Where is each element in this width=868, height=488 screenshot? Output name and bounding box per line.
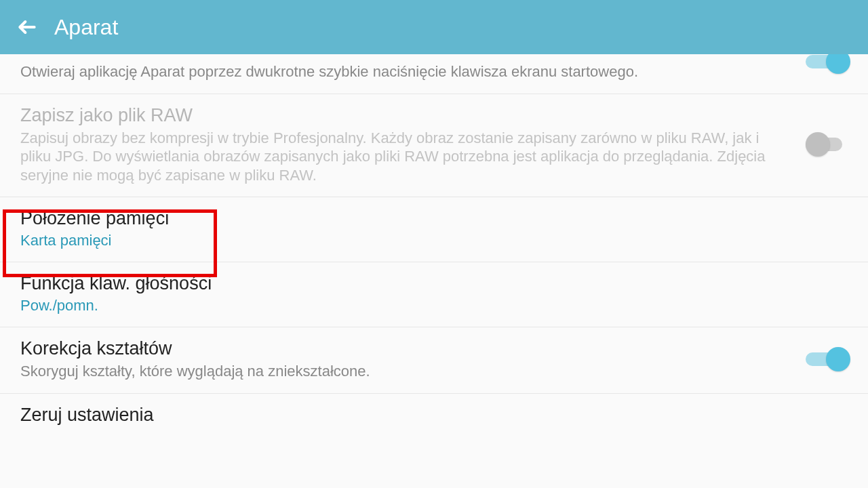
toggle-quick-launch[interactable] — [806, 54, 848, 74]
setting-value: Pow./pomn. — [20, 297, 821, 314]
setting-title: Funkcja klaw. głośności — [20, 273, 821, 294]
toggle-raw — [806, 132, 848, 157]
setting-quick-launch[interactable]: Otwieraj aplikację Aparat poprzez dwukro… — [0, 54, 868, 94]
setting-shape-correction[interactable]: Korekcja kształtów Skoryguj kształty, kt… — [0, 327, 868, 394]
page-title: Aparat — [54, 15, 118, 40]
toggle-shape-correction[interactable] — [806, 347, 848, 371]
setting-title: Zeruj ustawienia — [20, 405, 821, 426]
settings-list: Otwieraj aplikację Aparat poprzez dwukro… — [0, 54, 868, 488]
back-icon[interactable] — [14, 14, 41, 41]
setting-title: Położenie pamięci — [20, 208, 821, 229]
setting-title: Korekcja kształtów — [20, 338, 778, 359]
setting-title: Zapisz jako plik RAW — [20, 105, 778, 126]
setting-reset[interactable]: Zeruj ustawienia — [0, 394, 868, 449]
setting-storage-location[interactable]: Położenie pamięci Karta pamięci — [0, 197, 868, 262]
app-header: Aparat — [0, 0, 868, 54]
setting-desc: Zapisuj obrazy bez kompresji w trybie Pr… — [20, 129, 778, 185]
setting-raw: Zapisz jako plik RAW Zapisuj obrazy bez … — [0, 94, 868, 198]
setting-volume-key[interactable]: Funkcja klaw. głośności Pow./pomn. — [0, 262, 868, 327]
setting-desc: Otwieraj aplikację Aparat poprzez dwukro… — [20, 62, 778, 81]
setting-desc: Skoryguj kształty, które wyglądają na zn… — [20, 362, 778, 381]
setting-value: Karta pamięci — [20, 232, 821, 249]
